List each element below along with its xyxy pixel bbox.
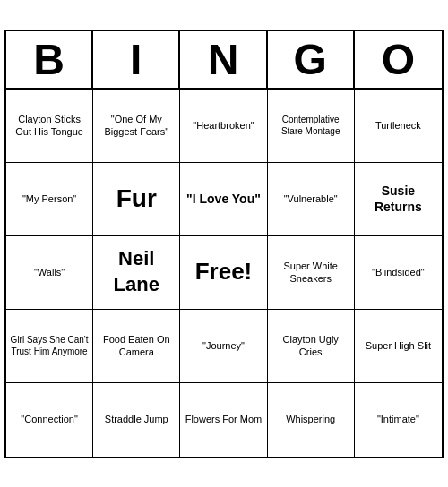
bingo-card: BINGO Clayton Sticks Out His Tongue"One …: [4, 30, 444, 458]
bingo-cell-6[interactable]: Fur: [93, 163, 180, 236]
bingo-cell-7[interactable]: "I Love You": [180, 163, 267, 236]
bingo-cell-22[interactable]: Flowers For Mom: [180, 383, 267, 457]
bingo-letter-i: I: [93, 31, 180, 88]
bingo-header: BINGO: [6, 31, 442, 90]
bingo-cell-17[interactable]: "Journey": [180, 310, 267, 383]
bingo-grid: Clayton Sticks Out His Tongue"One Of My …: [6, 90, 442, 457]
bingo-cell-23[interactable]: Whispering: [268, 383, 355, 457]
bingo-cell-4[interactable]: Turtleneck: [355, 90, 442, 163]
bingo-cell-15[interactable]: Girl Says She Can't Trust Him Anymore: [6, 310, 93, 383]
bingo-cell-16[interactable]: Food Eaten On Camera: [93, 310, 180, 383]
bingo-letter-g: G: [268, 31, 355, 88]
bingo-cell-10[interactable]: "Walls": [6, 236, 93, 310]
bingo-cell-5[interactable]: "My Person": [6, 163, 93, 236]
bingo-cell-13[interactable]: Super White Sneakers: [268, 236, 355, 310]
bingo-letter-o: O: [355, 31, 442, 88]
bingo-cell-18[interactable]: Clayton Ugly Cries: [268, 310, 355, 383]
bingo-cell-19[interactable]: Super High Slit: [355, 310, 442, 383]
bingo-cell-11[interactable]: Neil Lane: [93, 236, 180, 310]
bingo-cell-14[interactable]: "Blindsided": [355, 236, 442, 310]
bingo-letter-n: N: [180, 31, 267, 88]
bingo-cell-0[interactable]: Clayton Sticks Out His Tongue: [6, 90, 93, 163]
bingo-cell-21[interactable]: Straddle Jump: [93, 383, 180, 457]
bingo-cell-1[interactable]: "One Of My Biggest Fears": [93, 90, 180, 163]
bingo-cell-9[interactable]: Susie Returns: [355, 163, 442, 236]
bingo-cell-3[interactable]: Contemplative Stare Montage: [268, 90, 355, 163]
bingo-cell-8[interactable]: "Vulnerable": [268, 163, 355, 236]
bingo-cell-20[interactable]: "Connection": [6, 383, 93, 457]
bingo-cell-2[interactable]: "Heartbroken": [180, 90, 267, 163]
bingo-cell-12[interactable]: Free!: [180, 236, 267, 310]
bingo-cell-24[interactable]: "Intimate": [355, 383, 442, 457]
bingo-letter-b: B: [6, 31, 93, 88]
